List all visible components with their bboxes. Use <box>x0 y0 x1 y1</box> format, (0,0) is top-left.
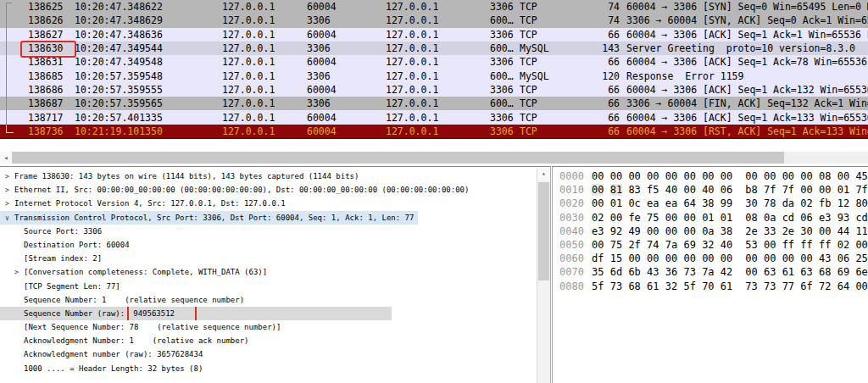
cell-source: 127.0.0.1 <box>222 97 307 109</box>
packet-row[interactable]: 13863010:20:47.349544127.0.0.13306127.0.… <box>0 42 868 55</box>
packet-row[interactable]: 13868710:20:57.359565127.0.0.13306127.0.… <box>0 97 868 110</box>
cell-packet-number: 138736 <box>28 125 75 137</box>
cell-length: 66 <box>559 84 620 96</box>
detail-line[interactable]: Destination Port: 60004 <box>0 238 550 252</box>
hex-byte: 02 <box>837 239 849 251</box>
packet-list-horizontal-scrollbar[interactable]: ◂ <box>0 152 868 164</box>
detail-line-text: Ethernet II, Src: 00:00:00_00:00:00 (00:… <box>14 186 469 194</box>
hex-byte: 00 <box>782 253 794 264</box>
cell-source-port: 3306 <box>307 97 386 109</box>
cell-time: 10:20:47.349544 <box>75 42 222 54</box>
packet-row[interactable]: 13873610:21:19.101350127.0.0.160004127.0… <box>0 125 868 139</box>
cell-packet-number: 138627 <box>28 29 75 41</box>
hex-row[interactable]: 0060df 15 00 00 00 00 00 0000 00 00 00 4… <box>553 252 868 265</box>
hex-byte: 06 <box>721 184 732 196</box>
hex-row[interactable]: 007035 6d 6b 43 36 73 7a 4200 63 61 63 6… <box>553 265 868 279</box>
detail-line[interactable]: [Stream index: 2] <box>0 252 550 265</box>
detail-line[interactable]: [TCP Segment Len: 77] <box>0 280 550 293</box>
detail-line[interactable]: ∨Transmission Control Protocol, Src Port… <box>0 211 418 225</box>
hex-byte: da <box>782 197 794 209</box>
hex-row[interactable]: 003002 00 fe 75 00 00 01 0108 0a cd 06 e… <box>553 211 868 225</box>
hex-offset: 0040 <box>559 225 585 238</box>
hex-byte: 5f <box>683 280 695 292</box>
detail-line[interactable]: Acknowledgment number (raw): 3657628434 <box>0 347 550 361</box>
hex-byte: 00 <box>665 253 677 264</box>
hex-byte: 12 <box>837 197 849 209</box>
packet-row[interactable]: 13868610:20:57.359555127.0.0.160004127.0… <box>0 83 868 97</box>
cell-packet-number: 138631 <box>28 56 75 68</box>
hex-byte: 00 <box>764 170 776 182</box>
scroll-left-arrow-icon[interactable]: ◂ <box>0 152 12 164</box>
hex-row[interactable]: 005000 75 2f 74 7a 69 32 4053 00 ff ff f… <box>553 238 868 252</box>
packet-row[interactable]: 13862710:20:47.348636127.0.0.160004127.0… <box>0 28 868 42</box>
cell-source: 127.0.0.1 <box>222 84 307 96</box>
hex-byte: 00 <box>702 170 714 182</box>
packet-row[interactable]: 13862610:20:47.348629127.0.0.13306127.0.… <box>0 14 868 27</box>
hex-row[interactable]: 000000 00 00 00 00 00 00 0000 00 00 00 0… <box>553 169 868 183</box>
detail-line-text: Destination Port: 60004 <box>24 241 130 249</box>
hex-byte: e3 <box>819 212 831 224</box>
detail-line[interactable]: Sequence Number: 1 (relative sequence nu… <box>0 293 550 307</box>
hex-row[interactable]: 001000 81 83 f5 40 00 40 06b8 7f 7f 00 0… <box>553 183 868 197</box>
cell-info: 3306 → 60004 [SYN, ACK] Seq=0 Ack=1 Win=… <box>620 14 868 26</box>
hex-byte: 49 <box>628 225 640 237</box>
hex-row[interactable]: 0040e3 92 49 00 00 00 0a 382e 33 2e 30 0… <box>553 225 868 238</box>
cell-info: 60004 → 3306 [ACK] Seq=1 Ack=78 Win=6553… <box>620 56 868 68</box>
collapse-icon[interactable]: ∨ <box>5 212 14 225</box>
detail-line[interactable]: >Ethernet II, Src: 00:00:00_00:00:00 (00… <box>0 183 550 197</box>
vertical-scrollbar-thumb[interactable] <box>538 182 549 280</box>
detail-line-text: Transmission Control Protocol, Src Port:… <box>14 214 414 222</box>
expander-icon[interactable]: > <box>14 266 24 279</box>
hex-byte: 00 <box>592 184 604 196</box>
hex-byte: 45 <box>855 170 867 182</box>
hex-row[interactable]: 00805f 73 68 61 32 5f 70 6173 73 77 6f 7… <box>553 280 868 293</box>
expander-icon[interactable]: > <box>5 170 14 183</box>
detail-line[interactable]: Source Port: 3306 <box>0 225 550 238</box>
hex-byte: 33 <box>764 225 776 237</box>
hex-bytes: 00 81 83 f5 40 00 40 06b8 7f 7f 00 00 01… <box>592 184 868 196</box>
hex-byte: 80 <box>855 197 867 209</box>
hex-byte: 61 <box>647 280 659 292</box>
detail-line[interactable]: 1000 .... = Header Length: 32 bytes (8) <box>0 362 550 375</box>
hex-byte: 00 <box>683 212 695 224</box>
hex-byte: ff <box>800 239 812 251</box>
packet-detail-pane: >Frame 138630: 143 bytes on wire (1144 b… <box>0 166 551 383</box>
hex-byte: 7f <box>764 184 776 196</box>
hex-byte: 69 <box>683 239 695 251</box>
horizontal-scrollbar-thumb[interactable] <box>12 152 784 164</box>
hex-byte: 5f <box>592 280 604 292</box>
cell-source: 127.0.0.1 <box>222 56 307 68</box>
detail-line[interactable]: Acknowledgment Number: 1 (relative ack n… <box>0 334 550 347</box>
hex-byte: 7a <box>702 266 714 278</box>
detail-line[interactable]: >Internet Protocol Version 4, Src: 127.0… <box>0 197 550 210</box>
expander-icon[interactable]: > <box>5 197 14 210</box>
detail-line-text: Frame 138630: 143 bytes on wire (1144 bi… <box>14 172 359 180</box>
hex-byte: 00 <box>721 253 732 264</box>
detail-line[interactable]: >Frame 138630: 143 bytes on wire (1144 b… <box>0 169 550 183</box>
cell-source-port: 3306 <box>307 14 386 26</box>
cell-destination: 127.0.0.1 <box>386 97 490 109</box>
cell-destination: 127.0.0.1 <box>386 84 490 96</box>
cell-length: 66 <box>559 56 620 68</box>
packet-row[interactable]: 13863110:20:47.349548127.0.0.160004127.0… <box>0 55 868 69</box>
hex-byte: 00 <box>855 280 867 292</box>
cell-destination: 127.0.0.1 <box>386 29 490 41</box>
expander-icon[interactable]: > <box>5 184 14 197</box>
scroll-up-arrow-icon[interactable]: ▴ <box>537 168 550 180</box>
detail-line-text: [TCP Segment Len: 77] <box>24 282 120 291</box>
cell-source-port: 60004 <box>307 125 386 137</box>
hex-byte: 00 <box>702 253 714 264</box>
packet-row[interactable]: 13862510:20:47.348622127.0.0.160004127.0… <box>0 0 868 14</box>
hex-byte: 00 <box>628 253 640 264</box>
detail-line[interactable]: Sequence Number (raw):949563512 <box>0 307 392 320</box>
annotation-box-packet-number <box>20 41 76 58</box>
packet-row[interactable]: 13871710:20:57.401335127.0.0.160004127.0… <box>0 110 868 124</box>
detail-line[interactable]: >[Conversation completeness: Complete, W… <box>0 265 550 279</box>
detail-line[interactable]: [Next Sequence Number: 78 (relative sequ… <box>0 320 550 334</box>
hex-byte: 00 <box>800 184 812 196</box>
hex-row[interactable]: 002000 01 0c ea ea 64 38 9930 78 da 02 f… <box>553 197 868 210</box>
cell-destination: 127.0.0.1 <box>386 14 490 26</box>
hex-byte: ea <box>647 197 659 209</box>
packet-row[interactable]: 13868510:20:57.359548127.0.0.13306127.0.… <box>0 69 868 82</box>
detail-vertical-scrollbar[interactable]: ▴ <box>537 168 550 383</box>
